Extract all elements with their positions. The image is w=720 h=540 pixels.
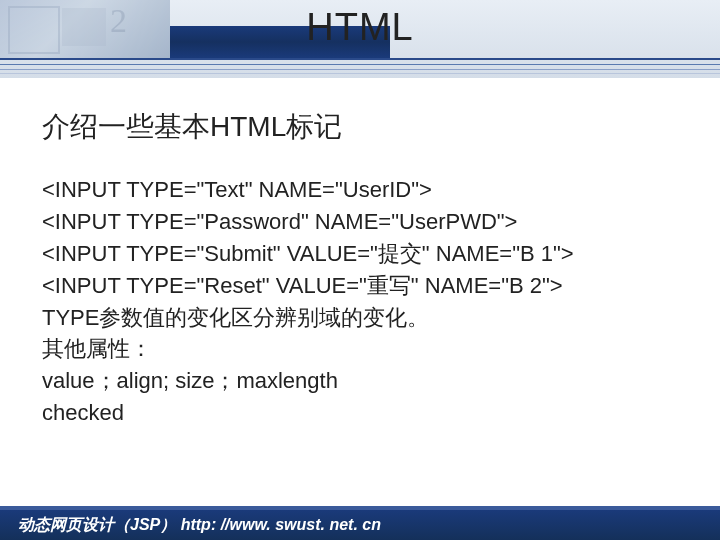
slide-footer: 动态网页设计（JSP） http: //www. swust. net. cn <box>0 510 720 540</box>
header-rule <box>0 64 720 65</box>
code-line: <INPUT TYPE="Submit" VALUE="提交" NAME="B … <box>42 238 690 270</box>
slide-header: 2 HTML <box>0 0 720 78</box>
header-rule <box>0 69 720 70</box>
note-line: value；align; size；maxlength <box>42 365 690 397</box>
footer-text: 动态网页设计（JSP） http: //www. swust. net. cn <box>18 515 381 536</box>
header-rule <box>0 73 720 74</box>
slide-content: 介绍一些基本HTML标记 <INPUT TYPE="Text" NAME="Us… <box>0 78 720 429</box>
body-text: <INPUT TYPE="Text" NAME="UserID"> <INPUT… <box>42 174 690 429</box>
header-rule <box>0 58 720 60</box>
slide-subtitle: 介绍一些基本HTML标记 <box>42 108 690 146</box>
header-deco-number: 2 <box>110 2 127 40</box>
header-decoration: 2 <box>0 0 170 58</box>
code-line: <INPUT TYPE="Reset" VALUE="重写" NAME="B 2… <box>42 270 690 302</box>
code-line: <INPUT TYPE="Password" NAME="UserPWD"> <box>42 206 690 238</box>
note-line: 其他属性： <box>42 333 690 365</box>
note-line: checked <box>42 397 690 429</box>
note-line: TYPE参数值的变化区分辨别域的变化。 <box>42 302 690 334</box>
code-line: <INPUT TYPE="Text" NAME="UserID"> <box>42 174 690 206</box>
slide-title: HTML <box>306 6 413 49</box>
